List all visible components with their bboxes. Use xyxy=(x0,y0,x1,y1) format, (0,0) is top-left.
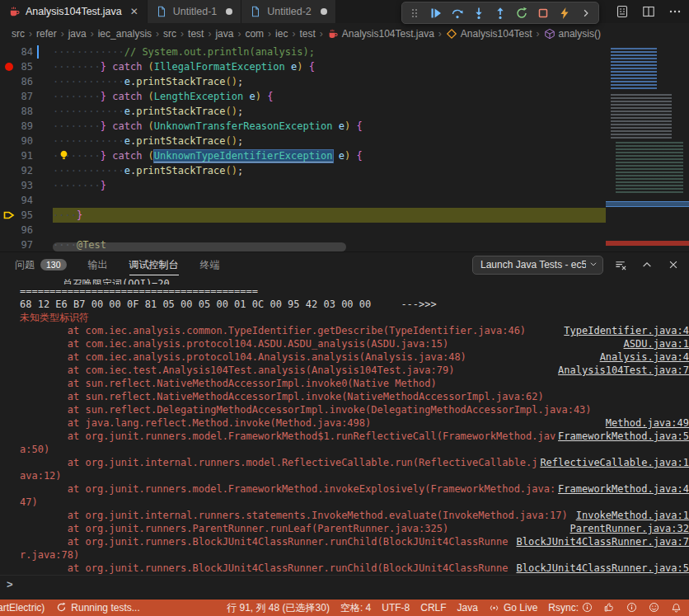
launch-config-select[interactable]: Launch Java Tests - ec5a8 xyxy=(472,256,603,275)
panel-tab-item[interactable]: 输出 xyxy=(88,252,108,277)
line-gutter[interactable]: 90 xyxy=(0,134,53,148)
code-line-89[interactable]: 89········} catch (UnknownTransferReason… xyxy=(0,119,689,134)
line-gutter[interactable]: 86 xyxy=(0,74,53,89)
status-item-thumbs-up-icon[interactable] xyxy=(604,600,616,616)
drag-handle-icon[interactable] xyxy=(404,3,425,22)
line-gutter[interactable]: 84 xyxy=(0,45,53,59)
more-actions-icon[interactable] xyxy=(664,2,686,21)
status-item-utf-8[interactable]: UTF-8 xyxy=(382,600,410,616)
line-gutter[interactable]: 85 xyxy=(0,59,53,74)
stack-frame-link[interactable]: TypeIdentifier.java:4 xyxy=(564,324,689,337)
modified-dot-icon[interactable] xyxy=(321,8,327,15)
breadcrumb-item[interactable]: java xyxy=(68,28,87,40)
step-over-icon[interactable] xyxy=(447,3,468,22)
restart-icon[interactable] xyxy=(511,3,532,22)
stack-frame-link[interactable]: InvokeMethod.java:1 xyxy=(576,509,689,522)
breadcrumb-item[interactable]: iec xyxy=(275,28,288,40)
split-editor-icon[interactable] xyxy=(638,2,659,21)
code-line-85[interactable]: 85········} catch (IllegalFormatExceptio… xyxy=(0,59,689,74)
status-item--4[interactable]: 空格: 4 xyxy=(340,600,371,616)
line-gutter[interactable]: 96 xyxy=(0,223,53,237)
stop-icon[interactable] xyxy=(532,3,554,22)
code-line-93[interactable]: 93········} xyxy=(0,178,689,193)
breadcrumb-item[interactable]: test xyxy=(299,28,315,40)
debug-console-input[interactable]: > xyxy=(0,575,689,593)
run-config-icon[interactable] xyxy=(612,2,633,21)
status-item-go-live[interactable]: Go Live xyxy=(489,600,537,616)
breadcrumb-item[interactable]: src xyxy=(163,28,176,40)
horizontal-scrollbar[interactable] xyxy=(53,242,346,252)
status-item-artelectric-[interactable]: artElectric) xyxy=(0,600,45,616)
line-gutter[interactable]: 92 xyxy=(0,163,53,178)
stack-frame-link[interactable]: ASDU.java:1 xyxy=(624,337,689,350)
code-line-96[interactable]: 96 xyxy=(0,223,689,237)
code-line-95[interactable]: 95····} xyxy=(0,208,689,223)
line-gutter[interactable]: 94 xyxy=(0,193,53,208)
code-line-91[interactable]: 91········} catch (UnknownTypeIdentifier… xyxy=(0,148,689,163)
stack-frame-link[interactable]: Analysis104Test.java:7 xyxy=(558,364,689,377)
maximize-panel-icon[interactable] xyxy=(638,256,656,274)
line-gutter[interactable]: 91 xyxy=(0,148,53,163)
lightbulb-icon[interactable] xyxy=(58,149,71,162)
code-editor[interactable]: 84············// System.out.println(anal… xyxy=(0,45,689,252)
breadcrumb-item[interactable]: iec_analysis xyxy=(98,28,152,40)
tab-untitled-2[interactable]: Untitled-2 xyxy=(241,0,336,23)
breadcrumb-item[interactable]: analysis() xyxy=(544,28,601,40)
code-line-90[interactable]: 90············e.printStackTrace(); xyxy=(0,134,689,148)
status-item--91-48-30-[interactable]: 行 91, 列 48 (已选择30) xyxy=(227,600,330,616)
stack-frame-link[interactable]: BlockJUnit4ClassRunner.java:5 xyxy=(516,562,689,575)
breadcrumb-item[interactable]: test xyxy=(188,28,204,40)
minimap[interactable] xyxy=(606,45,689,252)
stack-frame-link[interactable]: BlockJUnit4ClassRunner.java:7 xyxy=(516,535,689,548)
code-line-87[interactable]: 87········} catch (LengthException e) { xyxy=(0,89,689,104)
code-text xyxy=(53,223,689,237)
editor-tab-bar: Analysis104Test.java✕Untitled-1Untitled-… xyxy=(0,0,689,23)
close-panel-icon[interactable] xyxy=(664,256,682,274)
stack-frame-link[interactable]: FrameworkMethod.java:5 xyxy=(558,430,689,443)
stack-frame-link[interactable]: ReflectiveCallable.java:1 xyxy=(540,456,689,469)
modified-dot-icon[interactable] xyxy=(226,8,232,15)
tab-analysis104test-java[interactable]: Analysis104Test.java✕ xyxy=(0,0,148,23)
continue-icon[interactable] xyxy=(425,3,447,22)
status-item-bell-icon[interactable] xyxy=(671,600,682,616)
panel-tab-active[interactable]: 调试控制台 xyxy=(129,252,179,277)
panel-tab-item[interactable]: 终端 xyxy=(200,252,220,277)
hot-code-replace-icon[interactable] xyxy=(554,3,575,22)
code-line-84[interactable]: 84············// System.out.println(anal… xyxy=(0,45,689,59)
breadcrumb-item[interactable]: Analysis104Test.java xyxy=(327,28,434,40)
line-gutter[interactable]: 93 xyxy=(0,178,53,193)
line-gutter[interactable]: 89 xyxy=(0,119,53,134)
status-item-smiley-icon[interactable] xyxy=(649,600,660,616)
code-line-94[interactable]: 94 xyxy=(0,193,689,208)
step-out-icon[interactable] xyxy=(490,3,511,22)
breadcrumb-item[interactable]: src xyxy=(12,28,25,40)
code-line-86[interactable]: 86············e.printStackTrace(); xyxy=(0,74,689,89)
code-line-92[interactable]: 92············e.printStackTrace(); xyxy=(0,163,689,178)
stack-frame-link[interactable]: ParentRunner.java:32 xyxy=(570,522,689,535)
debug-console-output[interactable]: 总召唤限定词(QOI)=20==========================… xyxy=(0,277,689,575)
status-item-running-tests-[interactable]: Running tests... xyxy=(56,600,139,616)
step-into-icon[interactable] xyxy=(468,3,490,22)
clear-console-icon[interactable] xyxy=(612,256,630,274)
status-item-crlf[interactable]: CRLF xyxy=(420,600,446,616)
status-item-info-icon[interactable] xyxy=(626,600,638,616)
breadcrumb-item[interactable]: java xyxy=(215,28,233,40)
breakpoint-icon[interactable] xyxy=(5,63,13,71)
line-gutter[interactable]: 87 xyxy=(0,89,53,104)
breadcrumb-item[interactable]: refer xyxy=(36,28,57,40)
line-gutter[interactable]: 97 xyxy=(0,237,53,252)
tab-close-icon[interactable]: ✕ xyxy=(130,6,138,17)
status-item-rsync-[interactable]: Rsync: xyxy=(548,600,593,616)
stack-frame-link[interactable]: Method.java:49 xyxy=(606,416,689,430)
stack-frame-link[interactable]: FrameworkMethod.java:4 xyxy=(558,482,689,496)
breadcrumb-item[interactable]: com xyxy=(245,28,264,40)
overflow-chevron-icon[interactable] xyxy=(575,3,597,22)
line-gutter[interactable]: 95 xyxy=(0,208,53,223)
panel-tab-item[interactable]: 问题130 xyxy=(15,252,67,277)
line-gutter[interactable]: 88 xyxy=(0,104,53,119)
tab-untitled-1[interactable]: Untitled-1 xyxy=(148,0,242,23)
code-line-88[interactable]: 88············e.printStackTrace(); xyxy=(0,104,689,119)
stack-frame-link[interactable]: Analysis.java:4 xyxy=(600,350,689,364)
status-item-java[interactable]: Java xyxy=(457,600,478,616)
breadcrumb-item[interactable]: Analysis104Test xyxy=(446,28,532,40)
